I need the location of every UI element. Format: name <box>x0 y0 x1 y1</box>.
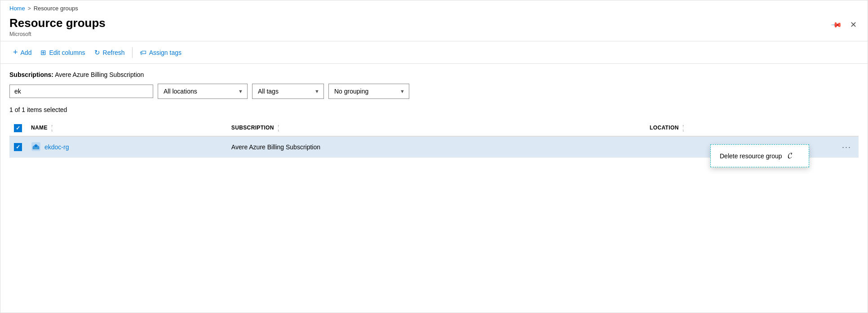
sort-down-icon: ↓ <box>51 128 53 132</box>
assign-tags-button[interactable]: 🏷 Assign tags <box>136 46 185 59</box>
edit-columns-button[interactable]: ⊞ Edit columns <box>37 46 89 59</box>
breadcrumb-separator: > <box>28 5 31 12</box>
breadcrumb-current: Resource groups <box>34 5 78 12</box>
filter-row: All locations ▼ All tags ▼ No grouping ▼ <box>9 84 859 99</box>
table-row: ekdoc-rg Avere Azure Billing Subscriptio… <box>9 136 859 158</box>
svg-rect-2 <box>34 147 37 149</box>
subscriptions-label: Subscriptions: <box>9 71 53 78</box>
pin-button[interactable]: 📌 <box>830 19 843 31</box>
add-icon: + <box>13 48 18 57</box>
sort-arrows-location[interactable]: ↑ ↓ <box>682 124 684 132</box>
tags-dropdown-wrapper: All tags ▼ <box>252 84 324 99</box>
row-checkbox[interactable] <box>14 143 22 151</box>
breadcrumb: Home > Resource groups <box>0 0 868 14</box>
sort-down-icon: ↓ <box>682 128 684 132</box>
subscriptions-row: Subscriptions: Avere Azure Billing Subsc… <box>9 71 859 78</box>
sort-down-icon: ↓ <box>278 128 280 132</box>
row-checkbox-cell <box>9 136 27 158</box>
page-subtitle: Microsoft <box>9 31 106 37</box>
toolbar-divider <box>132 47 133 58</box>
page-title: Resource groups <box>9 16 106 30</box>
add-label: Add <box>21 49 32 56</box>
refresh-button[interactable]: ↻ Refresh <box>91 46 128 59</box>
subscription-value: Avere Azure Billing Subscription <box>55 71 144 78</box>
table-header-row: NAME ↑ ↓ SUBSCRIPTION ↑ ↓ <box>9 121 859 136</box>
row-ellipsis-button[interactable]: ··· <box>838 141 855 153</box>
sort-arrows-name[interactable]: ↑ ↓ <box>51 124 53 132</box>
delete-resource-group-label: Delete resource group <box>720 152 782 160</box>
column-header-name: NAME ↑ ↓ <box>27 121 227 136</box>
column-header-subscription: SUBSCRIPTION ↑ ↓ <box>227 121 645 136</box>
panel-header-actions: 📌 ✕ <box>830 16 859 31</box>
column-header-location: LOCATION ↑ ↓ <box>645 121 832 136</box>
tags-dropdown[interactable]: All tags <box>252 84 324 99</box>
context-menu: Delete resource group 𝓒 <box>710 144 809 167</box>
resource-groups-table: NAME ↑ ↓ SUBSCRIPTION ↑ ↓ <box>9 121 859 158</box>
add-button[interactable]: + Add <box>9 45 35 60</box>
row-name-cell: ekdoc-rg <box>27 136 227 158</box>
breadcrumb-home[interactable]: Home <box>9 5 25 12</box>
row-subscription-cell: Avere Azure Billing Subscription <box>227 136 645 158</box>
pin-icon: 📌 <box>830 18 843 31</box>
row-location-cell: Delete resource group 𝓒 <box>645 136 832 158</box>
column-header-actions <box>832 121 859 136</box>
svg-point-1 <box>35 145 37 147</box>
close-icon: ✕ <box>850 20 857 30</box>
grouping-dropdown[interactable]: No grouping <box>328 84 409 99</box>
header-checkbox-cell <box>9 121 27 136</box>
cursor-icon: 𝓒 <box>788 151 792 161</box>
resource-group-icon <box>31 142 41 153</box>
toolbar: + Add ⊞ Edit columns ↻ Refresh 🏷 Assign … <box>0 41 868 64</box>
panel-title-area: Resource groups Microsoft <box>9 16 106 37</box>
assign-tags-label: Assign tags <box>149 49 182 56</box>
resource-name-link[interactable]: ekdoc-rg <box>44 143 69 151</box>
search-input[interactable] <box>9 85 153 98</box>
edit-columns-label: Edit columns <box>49 49 85 56</box>
refresh-icon: ↻ <box>94 49 100 57</box>
locations-dropdown[interactable]: All locations <box>158 84 248 99</box>
header-checkbox[interactable] <box>14 124 22 132</box>
grouping-dropdown-wrapper: No grouping ▼ <box>328 84 409 99</box>
panel-header: Resource groups Microsoft 📌 ✕ <box>0 14 868 41</box>
context-menu-item-delete[interactable]: Delete resource group 𝓒 <box>711 147 809 165</box>
close-button[interactable]: ✕ <box>848 18 859 31</box>
edit-columns-icon: ⊞ <box>40 49 46 57</box>
content-area: Subscriptions: Avere Azure Billing Subsc… <box>0 64 868 313</box>
row-ellipsis-cell: ··· <box>832 136 859 158</box>
locations-dropdown-wrapper: All locations ▼ <box>158 84 248 99</box>
items-selected-text: 1 of 1 items selected <box>9 104 859 115</box>
sort-arrows-subscription[interactable]: ↑ ↓ <box>278 124 280 132</box>
assign-tags-icon: 🏷 <box>140 49 146 56</box>
refresh-label: Refresh <box>103 49 125 56</box>
